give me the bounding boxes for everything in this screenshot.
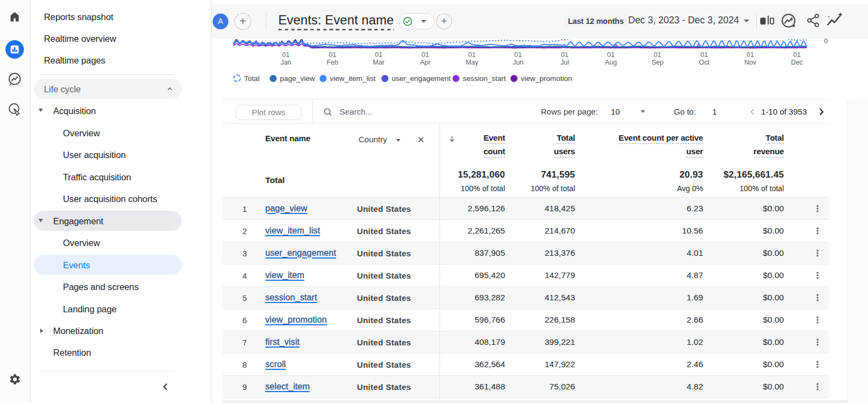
svg-text:Jun: Jun [513, 59, 524, 66]
svg-text:Jan: Jan [280, 59, 291, 66]
svg-text:Mar: Mar [373, 59, 385, 66]
svg-text:01: 01 [514, 51, 522, 59]
svg-text:Feb: Feb [327, 59, 339, 66]
svg-text:01: 01 [700, 51, 708, 59]
svg-text:Aug: Aug [605, 59, 617, 66]
svg-text:01: 01 [282, 51, 290, 59]
svg-text:Jul: Jul [560, 59, 569, 66]
svg-text:01: 01 [329, 51, 336, 59]
svg-text:01: 01 [654, 51, 661, 59]
svg-text:01: 01 [793, 51, 801, 59]
svg-text:Sep: Sep [652, 59, 663, 66]
svg-text:01: 01 [422, 51, 429, 59]
svg-text:Nov: Nov [744, 59, 757, 66]
svg-text:01: 01 [375, 51, 382, 59]
svg-text:01: 01 [746, 51, 754, 59]
svg-text:Oct: Oct [699, 59, 710, 66]
svg-text:Dec: Dec [791, 59, 803, 66]
svg-text:01: 01 [607, 51, 615, 59]
svg-text:01: 01 [561, 51, 569, 59]
svg-text:Apr: Apr [420, 59, 430, 66]
svg-text:0: 0 [824, 37, 828, 45]
svg-text:May: May [465, 59, 478, 66]
svg-text:01: 01 [468, 51, 476, 59]
